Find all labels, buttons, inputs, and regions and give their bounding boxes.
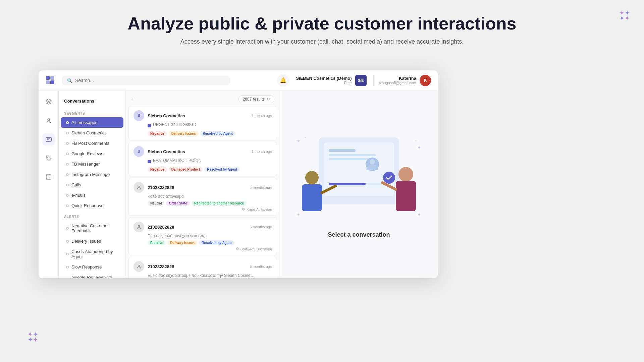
conv-items: S Sieben Cosmetics 1 month ago URGENT 34… bbox=[126, 106, 280, 278]
refresh-icon[interactable]: ↻ bbox=[267, 97, 270, 102]
svg-rect-1 bbox=[50, 76, 54, 80]
conv-name: 21028282828 bbox=[148, 264, 174, 269]
bottom-logo-mark bbox=[27, 331, 39, 345]
user-name: Katerina bbox=[379, 76, 416, 81]
nav-item-delivery-issues[interactable]: Delivery Issues bbox=[61, 236, 123, 246]
tag-positive: Positive bbox=[148, 240, 166, 245]
app-logo[interactable] bbox=[45, 75, 55, 85]
nav-item-label: Delivery Issues bbox=[71, 239, 101, 244]
tag-resolved: Resolved by Agent bbox=[200, 131, 236, 136]
page-header: Analyze public & private customer intera… bbox=[0, 0, 644, 55]
nav-item-label: Quick Response bbox=[71, 203, 103, 208]
conv-item-5[interactable]: 21028282828 5 months ago Εμείς σας ευχαρ… bbox=[128, 257, 277, 278]
svg-point-31 bbox=[418, 146, 420, 148]
nav-item-label: All messages bbox=[71, 120, 97, 125]
search-input[interactable] bbox=[75, 78, 225, 83]
nav-item-label: FB Post Comments bbox=[71, 141, 109, 146]
conv-item-3[interactable]: 21028282828 5 months ago Καλό σας απόγευ… bbox=[128, 178, 277, 216]
nav-dot bbox=[66, 266, 69, 268]
svg-point-4 bbox=[48, 119, 50, 121]
nav-item-quick-response[interactable]: Quick Response bbox=[61, 200, 123, 211]
svg-point-33 bbox=[298, 214, 300, 216]
svg-point-10 bbox=[138, 265, 140, 267]
nav-item-label: Calls bbox=[71, 182, 81, 187]
svg-point-20 bbox=[383, 172, 395, 184]
user-email: tzougasofi@gmail.com bbox=[379, 81, 416, 85]
conv-time: 5 months ago bbox=[250, 264, 272, 268]
agent-icon: ⚙ bbox=[236, 247, 239, 251]
conv-subtitle: Εμείς σας ευχαριστούμε που καλέσατε την … bbox=[148, 273, 255, 278]
conv-time: 1 month ago bbox=[252, 114, 272, 118]
tag-resolved: Resolved by Agent bbox=[204, 167, 240, 172]
conv-tags: Neutral Order State Redirected to anothe… bbox=[148, 201, 272, 206]
conv-footer: ⚙ Βασιλική Καστράκη bbox=[148, 247, 272, 251]
nav-item-slow-response[interactable]: Slow Response bbox=[61, 262, 123, 272]
notification-bell[interactable]: 🔔 bbox=[277, 74, 289, 86]
user-avatar: K bbox=[420, 75, 431, 86]
nav-dot bbox=[66, 204, 69, 207]
add-conversation-button[interactable]: + bbox=[131, 96, 135, 103]
select-conversation-text: Select a conversation bbox=[328, 231, 390, 238]
nav-item-label: Google Reviews bbox=[71, 151, 103, 156]
conv-item-1[interactable]: S Sieben Cosmetics 1 month ago URGENT 34… bbox=[128, 106, 277, 140]
tag-neutral: Neutral bbox=[148, 201, 164, 206]
conv-item-2[interactable]: S Sieben Cosmetics 1 month ago ΕΛΑΤΩΜΜΑΤ… bbox=[128, 142, 277, 176]
blue-indicator bbox=[148, 124, 151, 127]
blue-indicator bbox=[148, 160, 151, 163]
sidebar-icon-messages[interactable] bbox=[43, 133, 55, 145]
nav-item-label: Sieben Cosmetics bbox=[71, 130, 107, 135]
navbar: 🔍 🔔 SiEBEN Cosmetics (Demo) Free SiE Kat… bbox=[39, 70, 438, 90]
nav-item-label: Negative Customer Feedback bbox=[71, 223, 118, 233]
company-plan: Free bbox=[296, 81, 352, 85]
sidebar-icon-layers[interactable] bbox=[43, 96, 55, 108]
page-title: Analyze public & private customer intera… bbox=[7, 13, 637, 34]
conv-avatar: S bbox=[133, 146, 144, 157]
nav-item-cases-abandoned[interactable]: Cases Abandoned by Agent bbox=[61, 246, 123, 262]
tag-negative: Negative bbox=[148, 131, 167, 136]
sidebar-icon-tags[interactable] bbox=[43, 152, 55, 164]
nav-dot bbox=[66, 163, 69, 166]
nav-item-fb-messenger[interactable]: FB Messenger bbox=[61, 159, 123, 169]
nav-item-label: FB Messenger bbox=[71, 162, 100, 167]
main-content: Conversations SEGMENTS All messages Sieb… bbox=[39, 90, 438, 278]
right-panel: Select a conversation bbox=[280, 90, 438, 278]
search-bar[interactable]: 🔍 bbox=[62, 76, 230, 85]
conv-item-4[interactable]: 21028282828 5 months ago Γεια σας καλή σ… bbox=[128, 217, 277, 255]
conv-avatar bbox=[133, 182, 144, 193]
conv-time: 5 months ago bbox=[250, 185, 272, 189]
app-window: 🔍 🔔 SiEBEN Cosmetics (Demo) Free SiE Kat… bbox=[39, 70, 438, 278]
search-icon: 🔍 bbox=[67, 78, 72, 83]
agent-icon: ⚙ bbox=[242, 207, 245, 212]
nav-dot bbox=[66, 227, 69, 230]
company-avatar: SiE bbox=[355, 75, 367, 86]
nav-item-all-messages[interactable]: All messages bbox=[61, 117, 123, 128]
svg-rect-24 bbox=[302, 184, 322, 211]
company-name: SiEBEN Cosmetics (Demo) bbox=[296, 76, 352, 81]
nav-item-google-negative[interactable]: Google Reviews with Negat... bbox=[61, 272, 123, 278]
svg-point-9 bbox=[138, 226, 140, 227]
nav-sidebar: Conversations SEGMENTS All messages Sieb… bbox=[59, 90, 126, 278]
svg-point-34 bbox=[418, 214, 420, 216]
svg-point-8 bbox=[138, 186, 140, 188]
nav-dot bbox=[66, 184, 69, 186]
nav-item-google-reviews[interactable]: Google Reviews bbox=[61, 148, 123, 159]
nav-item-emails[interactable]: e-mails bbox=[61, 190, 123, 200]
svg-point-26 bbox=[398, 167, 413, 182]
tag-delivery: Delivery Issues bbox=[167, 240, 197, 245]
tag-delivery: Delivery Issues bbox=[169, 131, 199, 136]
nav-item-fb-comments[interactable]: FB Post Comments bbox=[61, 138, 123, 148]
nav-item-label: Slow Response bbox=[71, 264, 102, 269]
nav-item-calls[interactable]: Calls bbox=[61, 180, 123, 190]
nav-sidebar-title: Conversations bbox=[59, 96, 125, 108]
page-subtitle: Access every single interaction with you… bbox=[7, 38, 637, 45]
results-badge: 2887 results ↻ bbox=[238, 95, 274, 103]
sidebar-icon-reports[interactable] bbox=[43, 171, 55, 183]
nav-item-sieben[interactable]: Sieben Cosmetics bbox=[61, 128, 123, 138]
nav-item-negative-feedback[interactable]: Negative Customer Feedback bbox=[61, 221, 123, 236]
illustration-svg bbox=[292, 131, 426, 225]
sidebar-icon-contacts[interactable] bbox=[43, 115, 55, 127]
nav-dot bbox=[66, 253, 69, 255]
conv-subtitle: Καλό σας απόγευμα bbox=[148, 194, 272, 199]
conv-subtitle: ΕΛΑΤΩΜΜΑΤΙΚΟ ΠΡΟΪΟΝ bbox=[153, 158, 202, 163]
nav-item-instagram[interactable]: Instagram Message bbox=[61, 169, 123, 180]
